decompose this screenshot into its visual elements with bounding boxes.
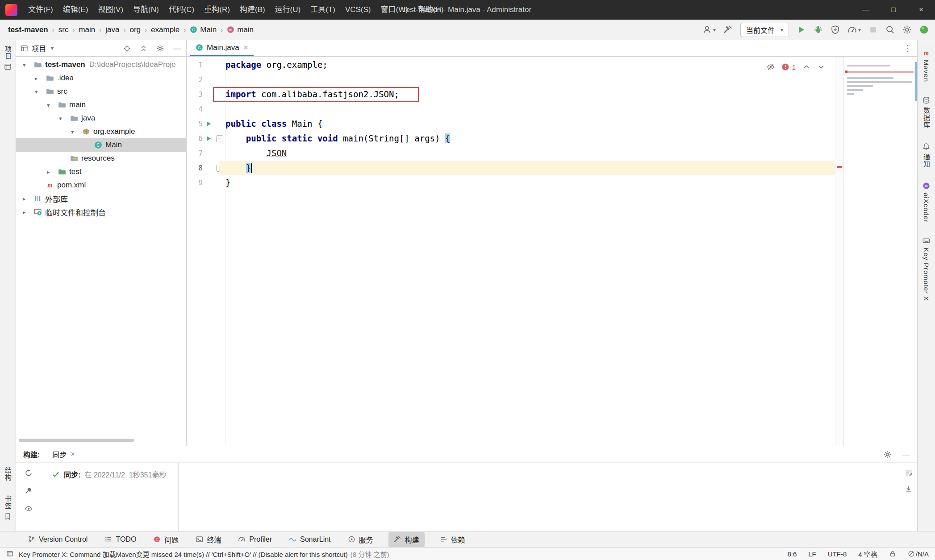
- breadcrumb-item-main[interactable]: mmain: [226, 25, 255, 34]
- breadcrumb-item-test-maven[interactable]: test-maven: [7, 25, 49, 34]
- toolwindow-button-数据库[interactable]: 数据库: [922, 96, 931, 129]
- soft-wrap-button[interactable]: [905, 469, 913, 477]
- toolwindow-button-structure[interactable]: 结构: [3, 467, 13, 481]
- toolbar-button-profiler[interactable]: Profiler: [236, 533, 274, 546]
- toolwindow-button-通知[interactable]: 通知: [922, 143, 931, 168]
- line-separator[interactable]: LF: [808, 550, 816, 558]
- chevron-right-icon[interactable]: ▸: [33, 75, 46, 82]
- code-line-3[interactable]: import com.alibaba.fastjson2.JSON;: [225, 87, 835, 102]
- code-line-1[interactable]: package org.example;: [225, 58, 835, 72]
- menu-item[interactable]: 文件(F): [23, 0, 58, 20]
- chevron-down-icon[interactable]: ▾: [58, 115, 70, 122]
- toolbar-button-问题[interactable]: 问题: [151, 532, 180, 547]
- highlighting-eye-off-icon[interactable]: [767, 63, 775, 71]
- settings-gear-button[interactable]: [902, 25, 912, 34]
- toolwindow-toggle-icon[interactable]: [6, 550, 13, 557]
- tree-item-java[interactable]: ▾java: [16, 112, 186, 125]
- menu-item[interactable]: 工具(T): [305, 0, 340, 20]
- chevron-down-icon[interactable]: ▾: [21, 62, 34, 68]
- tab-main-java[interactable]: C Main.java ×: [190, 40, 254, 56]
- breadcrumb-item-java[interactable]: java: [104, 25, 120, 34]
- show-output-eye-button[interactable]: [25, 505, 33, 513]
- toolwindow-button-project[interactable]: 项目: [3, 46, 13, 71]
- tree-item-临时文件和控制台[interactable]: ▸临时文件和控制台: [16, 205, 186, 219]
- toolwindow-button-aixcoder[interactable]: aiaiXcoder: [922, 182, 930, 223]
- breadcrumb-item-main[interactable]: main: [78, 25, 96, 34]
- user-menu-button[interactable]: ▾: [702, 25, 716, 34]
- editor-options-button[interactable]: ⋮: [904, 40, 917, 56]
- panel-settings-gear-button[interactable]: [156, 45, 164, 52]
- tree-item-test[interactable]: ▸test: [16, 165, 186, 178]
- close-icon[interactable]: ×: [244, 43, 248, 52]
- maximize-button[interactable]: □: [880, 0, 907, 20]
- build-tab-sync[interactable]: 同步 ×: [52, 449, 75, 460]
- scroll-to-end-button[interactable]: [905, 485, 913, 493]
- breadcrumb-item-org[interactable]: org: [129, 25, 142, 34]
- toolbar-button-todo[interactable]: TODO: [103, 533, 138, 546]
- toolbar-button-终端[interactable]: 终端: [194, 532, 223, 547]
- run-config-dropdown[interactable]: 当前文件▾: [740, 23, 789, 37]
- chevron-down-icon[interactable]: ▾: [33, 88, 46, 95]
- code-line-6[interactable]: public static void main(String[] args) {: [225, 131, 835, 146]
- menu-item[interactable]: 代码(C): [164, 0, 200, 20]
- error-stripe[interactable]: [835, 57, 843, 446]
- error-stripe-mark[interactable]: [837, 166, 842, 168]
- indent-setting[interactable]: 4 空格: [858, 549, 877, 559]
- code-editor[interactable]: package org.example;import com.alibaba.f…: [225, 57, 835, 446]
- scrollbar-thumb[interactable]: [915, 62, 917, 101]
- profiler-button[interactable]: ▾: [847, 25, 861, 34]
- minimize-button[interactable]: —: [852, 0, 880, 20]
- tree-item-main[interactable]: CMain: [16, 138, 186, 152]
- minimap[interactable]: [843, 57, 917, 446]
- chevron-right-icon[interactable]: ▸: [21, 195, 34, 202]
- tree-item-resources[interactable]: resources: [16, 152, 186, 165]
- menu-item[interactable]: 构建(B): [235, 0, 270, 20]
- tree-item-src[interactable]: ▾src: [16, 85, 186, 98]
- toolwindow-button-bookmarks[interactable]: 书签: [3, 495, 13, 520]
- build-hammer-icon[interactable]: [723, 25, 733, 34]
- file-encoding[interactable]: UTF-8: [828, 550, 847, 558]
- code-line-4[interactable]: [225, 102, 835, 116]
- horizontal-scrollbar[interactable]: [19, 439, 134, 442]
- close-button[interactable]: ×: [907, 0, 935, 20]
- tree-item-test-maven[interactable]: ▾test-mavenD:\IdeaProjects\IdeaProje: [16, 58, 186, 71]
- menu-item[interactable]: VCS(S): [340, 0, 376, 20]
- hide-build-panel-button[interactable]: —: [902, 451, 910, 458]
- pin-button[interactable]: [25, 487, 33, 495]
- run-line-icon[interactable]: [205, 135, 212, 142]
- chevron-down-icon[interactable]: ▾: [70, 129, 82, 135]
- close-icon[interactable]: ×: [71, 450, 75, 458]
- prev-error-chevron-up-icon[interactable]: [802, 63, 810, 71]
- hide-panel-button[interactable]: —: [173, 45, 181, 52]
- menu-item[interactable]: 编辑(E): [58, 0, 93, 20]
- chevron-right-icon[interactable]: ▸: [46, 169, 58, 175]
- toolbar-button-依赖[interactable]: 依赖: [438, 532, 467, 547]
- menu-item[interactable]: 视图(V): [93, 0, 128, 20]
- tree-item-pom-xml[interactable]: mpom.xml: [16, 178, 186, 192]
- code-line-8[interactable]: }: [225, 161, 835, 175]
- code-line-2[interactable]: [225, 72, 835, 87]
- build-result-row[interactable]: 同步: 在 2022/11/2 1秒351毫秒: [52, 469, 178, 480]
- toolbar-button-构建[interactable]: 构建: [388, 532, 425, 547]
- tree-item--idea[interactable]: ▸.idea: [16, 71, 186, 85]
- breadcrumb-item-src[interactable]: src: [58, 25, 70, 34]
- menu-item[interactable]: 导航(N): [128, 0, 164, 20]
- plugin-green-icon[interactable]: [919, 25, 929, 34]
- breadcrumb-item-main[interactable]: CMain: [189, 25, 217, 34]
- tree-item-main[interactable]: ▾main: [16, 98, 186, 112]
- stop-button[interactable]: [868, 25, 878, 34]
- toolwindow-button-key-promoter-x[interactable]: Key Promoter X: [922, 237, 930, 301]
- toolbar-button-version-control[interactable]: Version Control: [26, 533, 89, 546]
- next-error-chevron-down-icon[interactable]: [817, 63, 825, 71]
- menu-item[interactable]: 运行(U): [270, 0, 306, 20]
- chevron-right-icon[interactable]: ▸: [21, 209, 34, 216]
- fold-collapse-icon[interactable]: −: [216, 135, 223, 142]
- debug-button[interactable]: [814, 25, 823, 34]
- code-line-7[interactable]: JSON: [225, 146, 835, 161]
- run-button[interactable]: [797, 25, 806, 34]
- tree-item-org-example[interactable]: ▾org.example: [16, 125, 186, 138]
- locate-file-button[interactable]: [123, 45, 131, 52]
- menu-item[interactable]: 重构(R): [199, 0, 235, 20]
- build-settings-gear-button[interactable]: [884, 451, 891, 458]
- code-line-9[interactable]: }: [225, 175, 835, 190]
